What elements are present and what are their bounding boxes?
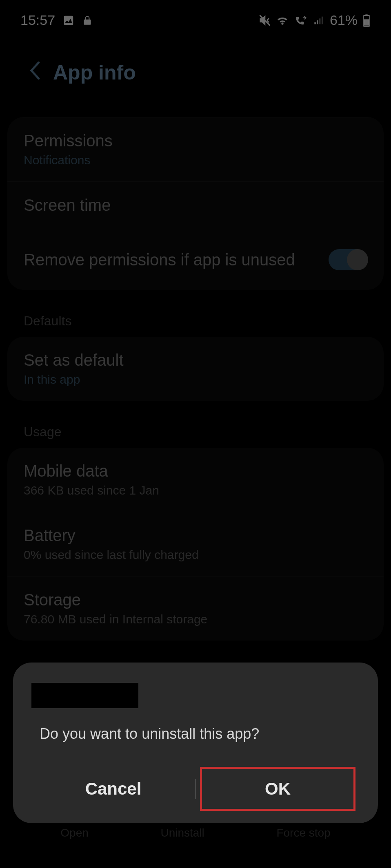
- dialog-buttons: Cancel OK: [31, 772, 360, 806]
- uninstall-dialog: Do you want to uninstall this app? Cance…: [13, 663, 378, 823]
- ok-button[interactable]: OK: [200, 767, 355, 811]
- dialog-message: Do you want to uninstall this app?: [31, 725, 360, 742]
- cancel-button[interactable]: Cancel: [31, 772, 195, 806]
- dialog-app-name-redacted: [31, 683, 138, 708]
